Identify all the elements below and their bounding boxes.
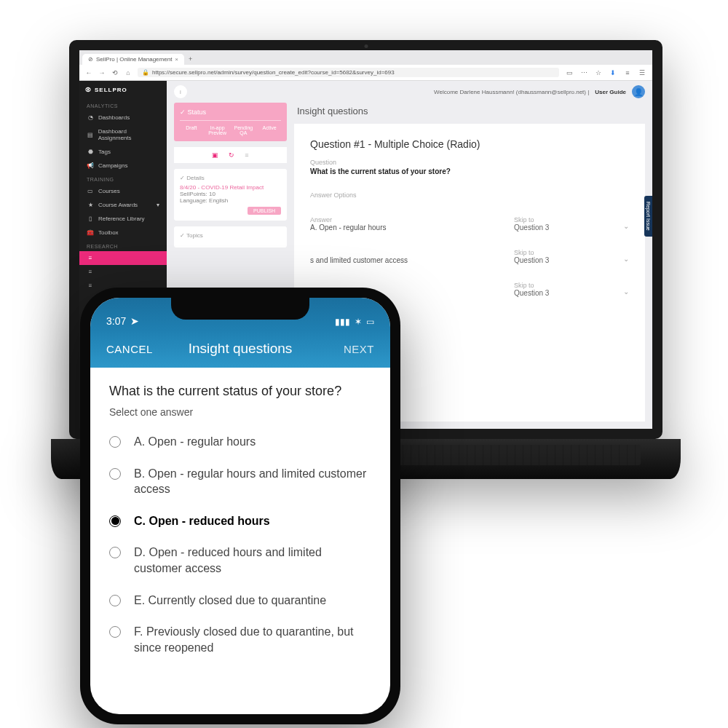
- sidebar-item-dashboard-assignments[interactable]: ▤Dashboard Assignments: [79, 124, 167, 145]
- topics-card: ✓ Topics: [174, 226, 287, 248]
- radio-icon: [109, 595, 121, 606]
- phone-option-text: B. Open - regular hours and limited cust…: [134, 466, 371, 497]
- sidebar-item-campaigns[interactable]: 📢Campaigns: [79, 159, 167, 173]
- status-icon-row: ▣ ↻ ≡: [174, 147, 287, 163]
- phone-title: Insight questions: [157, 341, 323, 357]
- answer-options-label: Answer Options: [310, 191, 629, 199]
- question-heading: Question #1 - Multiple Choice (Radio): [310, 138, 629, 150]
- tags-icon: ⬣: [87, 149, 94, 155]
- sidebar-item-research-2[interactable]: ≡: [79, 265, 167, 279]
- phone-hint: Select one answer: [109, 406, 371, 418]
- chevron-down-icon[interactable]: ⌄: [623, 222, 629, 232]
- brand-logo-icon: ⦿: [85, 87, 92, 93]
- library-icon[interactable]: ≡: [623, 69, 632, 76]
- app-topbar: i Welcome Darlene Haussmann! (dhaussmann…: [167, 81, 652, 103]
- close-tab-icon[interactable]: ×: [175, 56, 178, 63]
- sidebar-item-toolbox[interactable]: 🧰Toolbox: [79, 226, 167, 240]
- phone-option[interactable]: B. Open - regular hours and limited cust…: [109, 466, 371, 497]
- browser-tab-title: SellPro | Online Management: [96, 56, 172, 63]
- sidebar-item-courses[interactable]: ▭Courses: [79, 184, 167, 198]
- bookmark-icon[interactable]: ☆: [594, 69, 603, 76]
- status-step[interactable]: In-app Preview: [206, 125, 229, 135]
- sidebar-item-course-awards[interactable]: ★Course Awards▾: [79, 198, 167, 212]
- reader-icon[interactable]: ▭: [565, 69, 574, 76]
- check-icon: ✓: [180, 108, 186, 116]
- answer-row: Answer A. Open - regular hours Skip to Q…: [310, 209, 629, 232]
- phone-option[interactable]: D. Open - reduced hours and limited cust…: [109, 545, 371, 576]
- skip-to-select[interactable]: Question 3: [514, 223, 609, 232]
- welcome-text: Welcome Darlene Haussmann! (dhaussmann@s…: [434, 89, 589, 95]
- phone-content: What is the current status of your store…: [90, 368, 390, 687]
- status-card: ✓ Status Draft In-app Preview Pending QA…: [174, 103, 287, 141]
- nav-back-icon[interactable]: ←: [85, 69, 92, 76]
- address-bar[interactable]: 🔒 https://secure.sellpro.net/admin/surve…: [138, 68, 559, 77]
- browser-toolbar: ← → ⟲ ⌂ 🔒 https://secure.sellpro.net/adm…: [79, 65, 652, 81]
- more-icon[interactable]: ⋯: [579, 69, 588, 76]
- new-tab-button[interactable]: +: [184, 53, 197, 65]
- phone-body: 3:07 ➤ ▮▮▮ ✶ ▭ CANCEL Insight questions …: [80, 288, 400, 724]
- sidebar-section-analytics: ANALYTICS: [79, 99, 167, 111]
- report-issue-tab[interactable]: Report Issue: [644, 196, 652, 237]
- phone-option-text: E. Currently closed due to quarantine: [134, 593, 326, 609]
- menu-icon[interactable]: ☰: [638, 69, 646, 76]
- breadcrumb-icon[interactable]: i: [174, 85, 187, 98]
- phone-question: What is the current status of your store…: [109, 384, 371, 399]
- answer-text[interactable]: A. Open - regular hours: [310, 223, 499, 232]
- user-avatar-icon[interactable]: 👤: [632, 85, 645, 98]
- laptop-camera-icon: [364, 44, 368, 48]
- details-line: 8/4/20 - COVID-19 Retail Impact: [180, 184, 281, 191]
- skip-to-select[interactable]: Question 3: [514, 256, 609, 264]
- publish-button[interactable]: PUBLISH: [248, 207, 281, 215]
- radio-icon: [109, 515, 121, 527]
- radio-icon: [109, 626, 121, 638]
- status-step[interactable]: Active: [258, 125, 281, 135]
- next-button[interactable]: NEXT: [323, 343, 374, 355]
- sidebar-item-dashboards[interactable]: ◔Dashboards: [79, 111, 167, 124]
- download-icon[interactable]: ⬇: [609, 69, 617, 76]
- phone-option[interactable]: F. Previously closed due to quarantine, …: [109, 624, 371, 655]
- tab-favicon-icon: ⊘: [88, 56, 93, 63]
- sidebar-section-training: TRAINING: [79, 173, 167, 184]
- sidebar-item-research-1[interactable]: ≡: [79, 251, 167, 265]
- browser-tab[interactable]: ⊘ SellPro | Online Management ×: [82, 54, 184, 65]
- phone-option[interactable]: E. Currently closed due to quarantine: [109, 593, 371, 609]
- radio-icon: [109, 436, 121, 448]
- chat-icon[interactable]: ▣: [212, 151, 218, 159]
- phone-option[interactable]: A. Open - regular hours: [109, 434, 371, 450]
- user-guide-link[interactable]: User Guide: [595, 89, 626, 95]
- lock-icon: 🔒: [142, 69, 149, 76]
- cancel-button[interactable]: CANCEL: [106, 343, 157, 355]
- battery-icon: ▭: [366, 317, 374, 327]
- awards-icon: ★: [87, 202, 94, 208]
- courses-icon: ▭: [87, 188, 94, 194]
- dashboard-icon: ◔: [87, 114, 94, 121]
- radio-icon: [109, 468, 121, 480]
- wifi-icon: ✶: [355, 317, 362, 327]
- sidebar-section-research: RESEARCH: [79, 240, 167, 251]
- details-card: ✓ Details 8/4/20 - COVID-19 Retail Impac…: [174, 169, 287, 221]
- nav-reload-icon[interactable]: ⟲: [111, 69, 119, 76]
- nav-home-icon[interactable]: ⌂: [124, 69, 132, 76]
- status-step[interactable]: Draft: [180, 125, 203, 135]
- chevron-down-icon[interactable]: ⌄: [623, 288, 629, 297]
- list-icon[interactable]: ≡: [245, 151, 248, 159]
- sidebar-item-tags[interactable]: ⬣Tags: [79, 145, 167, 159]
- history-icon[interactable]: ↻: [229, 151, 234, 159]
- sidebar-item-reference-library[interactable]: ▯Reference Library: [79, 212, 167, 226]
- details-line: Language: English: [180, 197, 281, 204]
- skip-to-select[interactable]: Question 3: [514, 289, 609, 297]
- list-icon: ≡: [87, 255, 94, 261]
- radio-icon: [109, 547, 121, 558]
- chevron-down-icon[interactable]: ⌄: [623, 255, 629, 264]
- list-icon: ≡: [87, 269, 94, 275]
- phone-option-text: D. Open - reduced hours and limited cust…: [134, 545, 371, 576]
- status-step[interactable]: Pending QA: [232, 125, 256, 135]
- nav-forward-icon[interactable]: →: [98, 69, 106, 76]
- location-icon: ➤: [130, 315, 139, 327]
- brand-text: SELLPRO: [95, 87, 127, 93]
- phone-option[interactable]: C. Open - reduced hours: [109, 513, 371, 529]
- answer-text[interactable]: s and limited customer access: [310, 256, 499, 264]
- signal-icon: ▮▮▮: [335, 317, 350, 327]
- chevron-down-icon: ▾: [157, 202, 159, 208]
- brand[interactable]: ⦿ SELLPRO: [79, 81, 167, 99]
